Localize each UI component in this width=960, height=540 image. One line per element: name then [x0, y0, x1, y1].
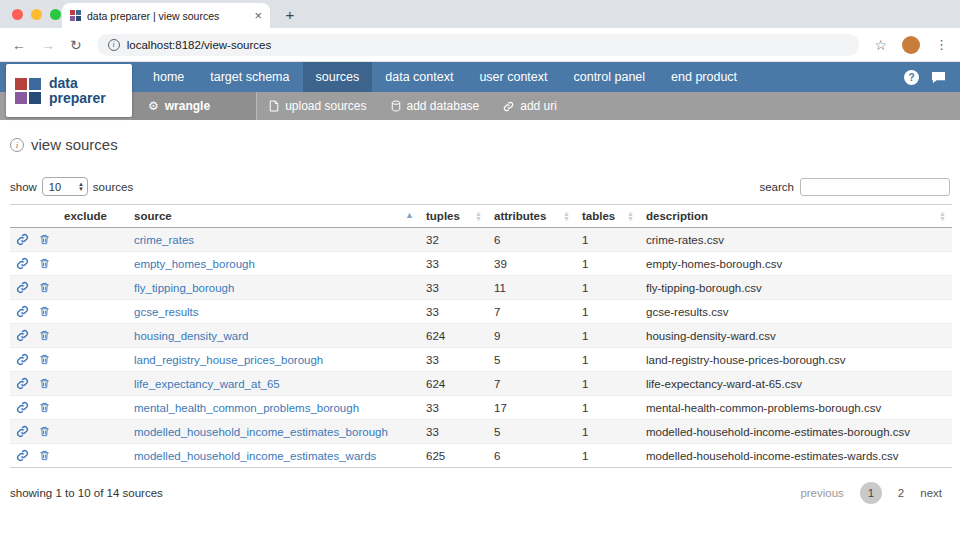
- pagination-page-1[interactable]: 1: [860, 482, 882, 504]
- trash-icon[interactable]: [39, 401, 50, 414]
- row-actions-cell: [10, 372, 58, 396]
- table-row: life_expectancy_ward_at_65 624 7 1 life-…: [10, 372, 952, 396]
- source-link[interactable]: land_registry_house_prices_borough: [134, 354, 323, 366]
- exclude-cell: [58, 444, 128, 468]
- trash-icon[interactable]: [39, 449, 50, 462]
- sort-icons: ▲▼: [939, 212, 946, 221]
- tuples-cell: 624: [420, 372, 488, 396]
- trash-icon[interactable]: [39, 233, 50, 246]
- source-link[interactable]: modelled_household_income_estimates_ward…: [134, 450, 376, 462]
- tables-cell: 1: [576, 300, 640, 324]
- window-zoom-button[interactable]: [50, 9, 61, 20]
- tuples-cell: 33: [420, 396, 488, 420]
- pagination-next[interactable]: next: [920, 487, 942, 499]
- reload-icon[interactable]: ↻: [70, 37, 82, 53]
- trash-icon[interactable]: [39, 329, 50, 342]
- table-summary: showing 1 to 10 of 14 sources: [10, 487, 163, 499]
- trash-icon[interactable]: [39, 425, 50, 438]
- app-logo[interactable]: datapreparer: [6, 64, 132, 117]
- nav-item-home[interactable]: home: [140, 62, 197, 92]
- link-icon[interactable]: [16, 257, 29, 270]
- file-icon: [269, 100, 279, 112]
- url-text: localhost:8182/view-sources: [127, 39, 271, 51]
- subnav-item-add-uri[interactable]: add uri: [491, 92, 569, 120]
- sort-icons: ▲▼: [475, 212, 482, 221]
- logo-squares-icon: [15, 78, 41, 104]
- link-icon[interactable]: [16, 353, 29, 366]
- tab-close-icon[interactable]: ×: [254, 9, 262, 22]
- source-link[interactable]: life_expectancy_ward_at_65: [134, 378, 280, 390]
- header-source[interactable]: ▲source: [128, 205, 420, 228]
- subnav-item-wrangle[interactable]: ⚙ wrangle: [132, 92, 257, 120]
- nav-item-user-context[interactable]: user context: [466, 62, 560, 92]
- source-cell: modelled_household_income_estimates_ward…: [128, 444, 420, 468]
- trash-icon[interactable]: [39, 353, 50, 366]
- source-link[interactable]: mental_health_common_problems_borough: [134, 402, 359, 414]
- subnav-item-upload-sources[interactable]: upload sources: [257, 92, 378, 120]
- attributes-cell: 6: [488, 444, 576, 468]
- trash-icon[interactable]: [39, 257, 50, 270]
- page-length-select[interactable]: 10 ▲▼: [42, 177, 88, 196]
- trash-icon[interactable]: [39, 281, 50, 294]
- nav-item-end-product[interactable]: end product: [658, 62, 750, 92]
- feedback-chat-icon[interactable]: [931, 71, 946, 84]
- sort-icons: ▲▼: [563, 212, 570, 221]
- exclude-cell: [58, 228, 128, 252]
- page-info-icon[interactable]: i: [108, 39, 120, 51]
- bookmark-star-icon[interactable]: ☆: [874, 37, 887, 53]
- description-cell: gcse-results.csv: [640, 300, 952, 324]
- profile-avatar[interactable]: [902, 36, 920, 54]
- tables-cell: 1: [576, 228, 640, 252]
- pagination-page-2[interactable]: 2: [898, 487, 904, 499]
- forward-icon[interactable]: →: [41, 37, 55, 53]
- pagination-previous[interactable]: previous: [800, 487, 843, 499]
- wrangle-label: wrangle: [165, 99, 210, 113]
- source-cell: modelled_household_income_estimates_boro…: [128, 420, 420, 444]
- link-icon[interactable]: [16, 425, 29, 438]
- nav-item-control-panel[interactable]: control panel: [560, 62, 658, 92]
- exclude-cell: [58, 300, 128, 324]
- window-minimize-button[interactable]: [31, 9, 42, 20]
- source-link[interactable]: modelled_household_income_estimates_boro…: [134, 426, 388, 438]
- link-icon[interactable]: [16, 329, 29, 342]
- tuples-cell: 33: [420, 276, 488, 300]
- url-field[interactable]: i localhost:8182/view-sources: [97, 34, 860, 56]
- source-link[interactable]: empty_homes_borough: [134, 258, 255, 270]
- description-cell: crime-rates.csv: [640, 228, 952, 252]
- link-icon[interactable]: [16, 305, 29, 318]
- header-attributes[interactable]: ▲▼attributes: [488, 205, 576, 228]
- browser-tab[interactable]: data preparer | view sources ×: [62, 3, 270, 28]
- help-icon[interactable]: ?: [904, 70, 919, 85]
- header-description[interactable]: ▲▼description: [640, 205, 952, 228]
- nav-item-data-context[interactable]: data context: [372, 62, 466, 92]
- header-tuples[interactable]: ▲▼tuples: [420, 205, 488, 228]
- link-icon[interactable]: [16, 233, 29, 246]
- source-link[interactable]: housing_density_ward: [134, 330, 248, 342]
- search-input[interactable]: [800, 178, 950, 196]
- attributes-cell: 9: [488, 324, 576, 348]
- browser-menu-icon[interactable]: ⋮: [935, 37, 948, 52]
- source-link[interactable]: fly_tipping_borough: [134, 282, 234, 294]
- description-cell: fly-tipping-borough.csv: [640, 276, 952, 300]
- back-icon[interactable]: ←: [12, 37, 26, 53]
- nav-item-target-schema[interactable]: target schema: [197, 62, 302, 92]
- gear-icon: ⚙: [148, 99, 159, 113]
- attributes-cell: 7: [488, 372, 576, 396]
- window-close-button[interactable]: [12, 9, 23, 20]
- source-link[interactable]: crime_rates: [134, 234, 194, 246]
- link-icon[interactable]: [16, 401, 29, 414]
- new-tab-button[interactable]: +: [280, 6, 300, 23]
- table-row: gcse_results 33 7 1 gcse-results.csv: [10, 300, 952, 324]
- source-link[interactable]: gcse_results: [134, 306, 199, 318]
- link-icon[interactable]: [16, 281, 29, 294]
- trash-icon[interactable]: [39, 305, 50, 318]
- trash-icon[interactable]: [39, 377, 50, 390]
- header-tables[interactable]: ▲▼tables: [576, 205, 640, 228]
- link-icon[interactable]: [16, 449, 29, 462]
- nav-item-sources[interactable]: sources: [303, 62, 373, 92]
- row-actions-cell: [10, 228, 58, 252]
- link-icon[interactable]: [16, 377, 29, 390]
- subnav-item-add-database[interactable]: add database: [379, 92, 492, 120]
- main-nav: home target schema sources data context …: [0, 62, 960, 92]
- source-cell: land_registry_house_prices_borough: [128, 348, 420, 372]
